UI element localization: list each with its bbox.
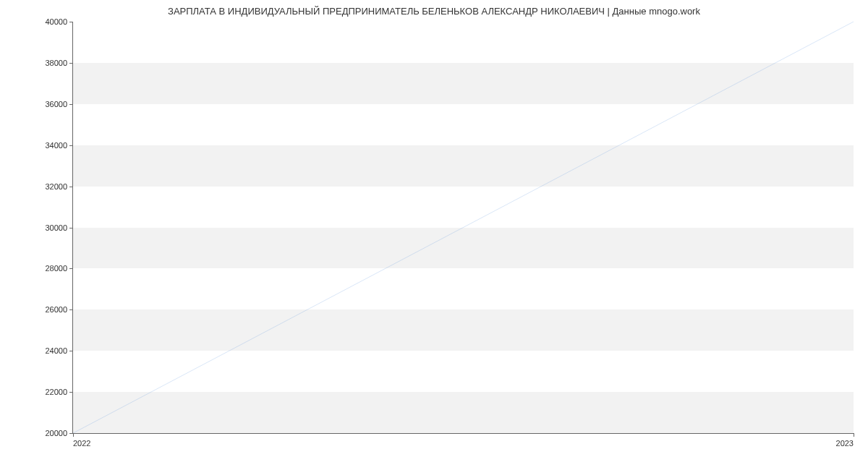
chart-title: ЗАРПЛАТА В ИНДИВИДУАЛЬНЫЙ ПРЕДПРИНИМАТЕЛ…	[0, 0, 868, 17]
y-tick-label: 28000	[45, 264, 67, 273]
data-line	[73, 22, 854, 433]
y-tick-label: 20000	[45, 429, 67, 437]
series-line	[73, 22, 854, 433]
y-tick-mark	[69, 392, 73, 393]
y-tick-label: 34000	[45, 141, 67, 150]
y-tick-label: 36000	[45, 100, 67, 108]
y-tick-mark	[69, 63, 73, 64]
y-tick-mark	[69, 228, 73, 228]
y-tick-label: 24000	[45, 346, 67, 355]
y-tick-label: 30000	[45, 223, 67, 232]
x-tick-label: 2022	[73, 439, 90, 448]
y-tick-mark	[69, 145, 73, 146]
x-tick-mark	[73, 433, 74, 437]
y-tick-mark	[69, 268, 73, 269]
chart-container: 2000022000240002600028000300003200034000…	[72, 22, 854, 434]
y-tick-label: 26000	[45, 305, 67, 314]
y-tick-label: 32000	[45, 182, 67, 191]
y-tick-mark	[69, 104, 73, 105]
y-tick-label: 22000	[45, 388, 67, 396]
y-tick-label: 38000	[45, 59, 67, 67]
y-tick-mark	[69, 351, 73, 351]
x-tick-label: 2023	[836, 439, 854, 448]
y-tick-mark	[69, 22, 73, 22]
plot-area: 2000022000240002600028000300003200034000…	[72, 22, 854, 434]
y-tick-label: 40000	[45, 17, 67, 26]
y-tick-mark	[69, 309, 73, 310]
y-tick-mark	[69, 187, 73, 187]
x-tick-mark	[854, 433, 854, 437]
